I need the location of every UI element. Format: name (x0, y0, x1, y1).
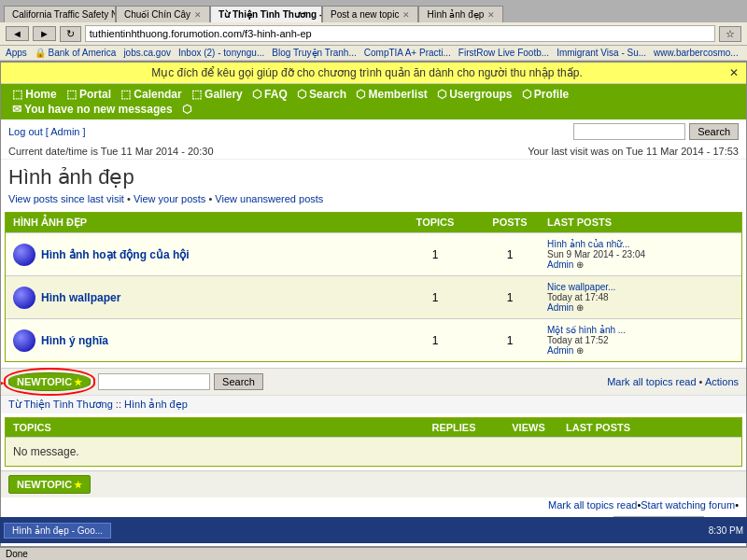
topics-col-name: TOPICS (13, 422, 416, 433)
forum-section: HÌNH ẢNH ĐẸP TOPICS POSTS LAST POSTS Hìn… (5, 212, 742, 362)
forum-icon-1 (13, 244, 35, 266)
forum-posts-2: 1 (472, 291, 547, 304)
tab-2[interactable]: Chuối Chín Cây ✕ (116, 6, 210, 22)
actions-link[interactable]: Actions (705, 376, 739, 387)
forum-name-3[interactable]: Hình ý nghĩa (41, 334, 108, 347)
address-input[interactable] (85, 25, 715, 42)
forum-col-topics: TOPICS (398, 217, 472, 229)
star-button[interactable]: ☆ (719, 26, 741, 42)
refresh-button[interactable]: ↻ (60, 26, 81, 42)
forum-icon-3 (13, 329, 35, 352)
breadcrumb-home[interactable]: Từ Thiện Tình Thương (8, 399, 113, 410)
logout-link[interactable]: Log out [ Admin ] (8, 126, 86, 137)
topics-col-replies: REPLIES (416, 422, 491, 433)
tab-3[interactable]: Từ Thiện Tình Thương - N... ✕ (210, 6, 322, 22)
forum-topics-3: 1 (398, 334, 472, 347)
forum-lastpost-2: Nice wallpaper... Today at 17:48 Admin ⊕ (547, 282, 734, 313)
tab-5-label: Hình ảnh đẹp (427, 9, 484, 20)
tab-5-close[interactable]: ✕ (487, 10, 495, 20)
tab-4-close[interactable]: ✕ (402, 10, 410, 20)
search-input-top[interactable] (573, 123, 685, 140)
last-post-title-2[interactable]: Nice wallpaper... (547, 282, 615, 292)
forum-row: Hình ảnh hoạt động của hội 1 1 Hình ảnh … (6, 232, 741, 275)
newtopic-button-2[interactable]: NEWTOPIC★ (8, 475, 91, 494)
last-post-date-2: Today at 17:48 (547, 292, 609, 302)
forum-name-1[interactable]: Hình ảnh hoạt động của hội (41, 248, 190, 261)
tab-3-label: Từ Thiện Tình Thương - N... (218, 9, 322, 20)
last-post-date-1: Sun 9 Mar 2014 - 23:04 (547, 249, 645, 259)
bookmark-comptia[interactable]: CompTIA A+ Practi... (364, 48, 451, 58)
search-button-bottom[interactable]: Search (214, 373, 263, 390)
forum-topics-1: 1 (398, 248, 472, 261)
nav-memberlist[interactable]: ⬡ Memberlist (352, 88, 431, 101)
nav-faq[interactable]: ⬡ FAQ (248, 88, 291, 101)
bottom-toolbar2: NEWTOPIC★ (1, 470, 746, 497)
bookmark-apps[interactable]: Apps (6, 48, 27, 58)
nav-usergroups[interactable]: ⬡ Usergroups (433, 88, 516, 101)
tab-2-close[interactable]: ✕ (194, 10, 202, 20)
top-bar: Log out [ Admin ] Search (1, 119, 746, 144)
last-visit: Your last visit was on Tue 11 Mar 2014 -… (528, 146, 739, 157)
view-your-posts-link[interactable]: View your posts (134, 193, 205, 204)
mark-actions: Mark all topics read • Actions (607, 376, 739, 387)
tab-4-label: Post a new topic (331, 9, 399, 20)
bookmark-firstrow[interactable]: FirstRow Live Footb... (458, 48, 549, 58)
forum-posts-3: 1 (472, 334, 547, 347)
view-since-last-link[interactable]: View posts since last visit (8, 193, 124, 204)
last-post-title-1[interactable]: Hình ảnh của nhữ... (547, 239, 630, 249)
nav-profile[interactable]: ⬡ Profile (518, 88, 573, 101)
tab-1-label: California Traffic Safety N... (12, 9, 116, 20)
tab-2-label: Chuối Chín Cây (124, 9, 190, 20)
breadcrumb-current[interactable]: Hình ảnh đẹp (124, 399, 188, 410)
nav-portal[interactable]: ⬚ Portal (63, 88, 115, 101)
search-button-top[interactable]: Search (689, 123, 739, 140)
nav-search[interactable]: ⬡ Search (293, 88, 350, 101)
no-message: No message. (6, 437, 741, 466)
breadcrumb: Từ Thiện Tình Thương :: Hình ảnh đẹp (1, 395, 746, 413)
last-post-author-2[interactable]: Admin (547, 302, 573, 313)
star-icon-2: ★ (74, 480, 82, 490)
bookmark-boa[interactable]: 🔒 Bank of America (35, 48, 117, 58)
topics-table-header: TOPICS REPLIES VIEWS LAST POSTS (6, 418, 741, 437)
tab-4[interactable]: Post a new topic ✕ (322, 6, 418, 22)
newtopic-container: NEWTOPIC★ ➤ (8, 372, 91, 391)
announcement-close[interactable]: ✕ (729, 66, 739, 79)
mark-watch-bar: Mark all topics read • Start watching fo… (1, 497, 746, 512)
last-post-date-3: Today at 17:52 (547, 335, 609, 345)
tab-5[interactable]: Hình ảnh đẹp ✕ (418, 6, 503, 22)
links-bar: View posts since last visit • View your … (1, 191, 746, 206)
mark-all-link-2[interactable]: Mark all topics read (548, 499, 637, 511)
bottom-toolbar: NEWTOPIC★ ➤ Search Mark all topics read … (1, 368, 746, 395)
forum-lastpost-3: Một số hình ảnh ... Today at 17:52 Admin… (547, 325, 734, 356)
view-unanswered-link[interactable]: View unanswered posts (215, 193, 323, 204)
start-watching-link[interactable]: Start watching forum (641, 499, 735, 511)
last-post-author-1[interactable]: Admin (547, 259, 573, 270)
newtopic-button[interactable]: NEWTOPIC★ (8, 372, 91, 391)
forum-table-header: HÌNH ẢNH ĐẸP TOPICS POSTS LAST POSTS (6, 213, 741, 232)
last-post-author-3[interactable]: Admin (547, 345, 573, 356)
nav-gallery[interactable]: ⬚ Gallery (188, 88, 247, 101)
mark-all-link[interactable]: Mark all topics read (607, 376, 696, 387)
announcement-text: Mục đích để kêu gọi giúp đỡ cho chương t… (151, 66, 583, 79)
last-post-title-3[interactable]: Một số hình ảnh ... (547, 325, 626, 335)
forum-lastpost-1: Hình ảnh của nhữ... Sun 9 Mar 2014 - 23:… (547, 239, 734, 270)
taskbar-item-0[interactable]: Hình ảnh đẹp - Goo... (4, 523, 111, 539)
search-input-bottom[interactable] (98, 373, 210, 390)
bookmark-blog[interactable]: Blog Truyện Tranh... (272, 48, 357, 58)
forward-button[interactable]: ► (33, 26, 56, 41)
search-row: Search (98, 373, 263, 390)
taskbar: Hình ảnh đẹp - Goo... 8:30 PM (0, 517, 747, 543)
bookmarks-bar: Apps 🔒 Bank of America jobs.ca.gov Inbox… (0, 46, 747, 61)
nav-calendar[interactable]: ⬚ Calendar (117, 88, 186, 101)
forum-name-2[interactable]: Hình wallpaper (41, 291, 120, 304)
bookmark-barber[interactable]: www.barbercosmo... (654, 48, 739, 58)
back-button[interactable]: ◄ (6, 26, 29, 41)
current-datetime: Current date/time is Tue 11 Mar 2014 - 2… (8, 146, 214, 157)
topics-col-views: VIEWS (491, 422, 566, 433)
nav-home[interactable]: ⬚ Home (8, 88, 61, 101)
tab-1[interactable]: California Traffic Safety N... ✕ (4, 6, 116, 22)
nav-messages[interactable]: ✉ You have no new messages (8, 103, 176, 116)
bookmark-inbox[interactable]: Inbox (2) - tonyngu... (178, 48, 264, 58)
bookmark-immigrant[interactable]: Immigrant Visa - Su... (557, 48, 646, 58)
bookmark-jobs[interactable]: jobs.ca.gov (123, 48, 171, 58)
